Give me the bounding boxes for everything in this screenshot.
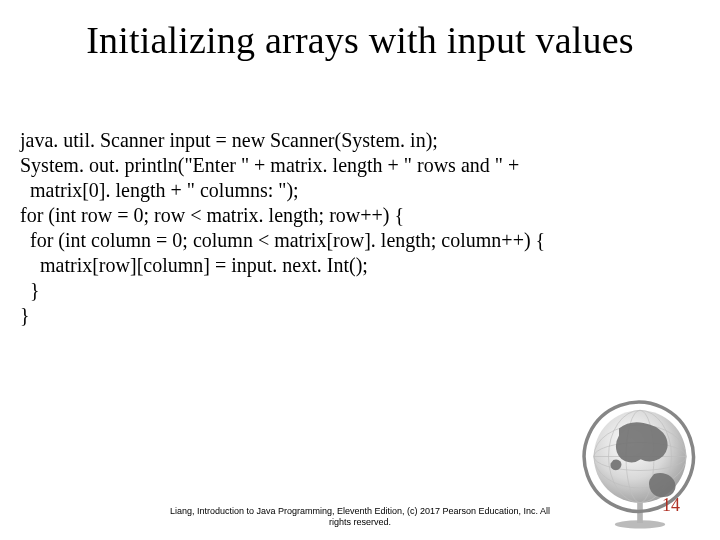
code-line-1: java. util. Scanner input = new Scanner(… <box>20 129 438 151</box>
code-line-4: for (int row = 0; row < matrix. length; … <box>20 204 404 226</box>
code-line-7: } <box>20 279 40 301</box>
footer-line-1: Liang, Introduction to Java Programming,… <box>170 506 550 516</box>
slide-title: Initializing arrays with input values <box>0 18 720 62</box>
code-line-2: System. out. println("Enter " + matrix. … <box>20 154 519 176</box>
code-block: java. util. Scanner input = new Scanner(… <box>20 128 700 328</box>
code-line-8: } <box>20 304 30 326</box>
footer-copyright: Liang, Introduction to Java Programming,… <box>0 506 720 528</box>
code-line-3: matrix[0]. length + " columns: "); <box>20 179 299 201</box>
code-line-5: for (int column = 0; column < matrix[row… <box>20 229 545 251</box>
code-line-6: matrix[row][column] = input. next. Int()… <box>20 254 368 276</box>
slide: Initializing arrays with input values ja… <box>0 0 720 540</box>
footer-line-2: rights reserved. <box>329 517 391 527</box>
